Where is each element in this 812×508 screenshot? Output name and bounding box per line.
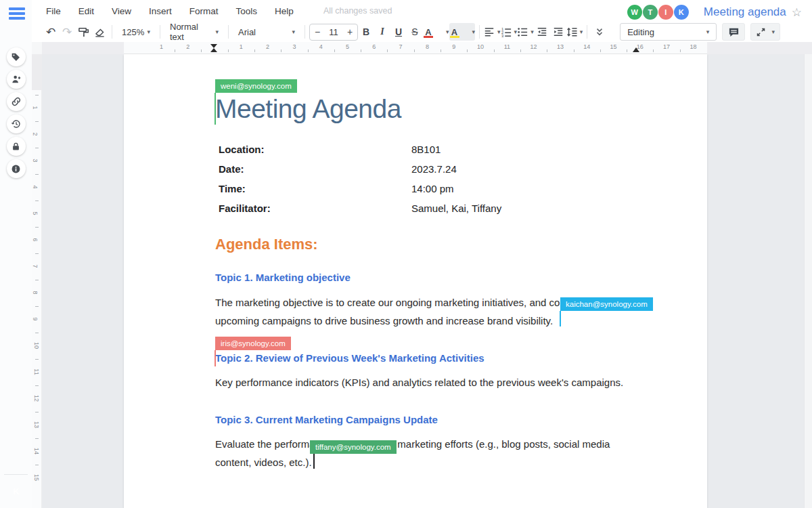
lock-icon[interactable] xyxy=(7,137,26,156)
chevron-down-icon: ▾ xyxy=(580,28,583,35)
redo-button[interactable]: ↷ xyxy=(59,23,75,41)
paint-format-icon[interactable] xyxy=(75,23,91,41)
document-page[interactable]: weni@synology.com Meeting Agenda Locatio… xyxy=(124,54,707,508)
collaborator-flag-weni: weni@synology.com xyxy=(215,79,297,93)
section-heading: Agenda Items: xyxy=(215,236,318,253)
tag-icon[interactable] xyxy=(7,47,26,66)
more-tools-chevron-icon[interactable] xyxy=(591,23,608,41)
strikethrough-button[interactable]: S xyxy=(407,23,423,41)
sidebar-tools xyxy=(0,47,32,178)
hamburger-menu-icon[interactable] xyxy=(8,6,26,21)
link-icon[interactable] xyxy=(7,92,26,111)
topic-1-heading: Topic 1. Marketing objective xyxy=(215,272,351,283)
bold-button[interactable]: B xyxy=(358,23,374,41)
zoom-select[interactable]: 125%▾ xyxy=(116,23,156,41)
collaborator-flag-tiffany: tiffany@synology.com xyxy=(310,440,397,454)
underline-button[interactable]: U xyxy=(390,23,407,41)
chevron-down-icon: ▾ xyxy=(292,28,295,35)
font-size-group: − 11 + xyxy=(309,24,358,41)
left-indent-marker[interactable] xyxy=(210,48,217,52)
increase-indent-icon[interactable] xyxy=(550,23,566,41)
document-canvas: weni@synology.com Meeting Agenda Locatio… xyxy=(42,54,812,508)
line-spacing-button[interactable]: ▾ xyxy=(566,23,583,41)
doc-heading-title: Meeting Agenda xyxy=(215,93,401,125)
document-title[interactable]: Meeting agenda xyxy=(704,5,786,19)
collaborator-caret-iris xyxy=(215,350,216,366)
save-status: All changes saved xyxy=(323,6,392,16)
text-cursor xyxy=(313,453,315,469)
undo-button[interactable]: ↶ xyxy=(43,23,59,41)
topic-3-heading: Topic 3. Current Marketing Campaigns Upd… xyxy=(215,414,438,425)
font-family-select[interactable]: Arial▾ xyxy=(233,23,300,41)
left-sidebar: K xyxy=(0,0,32,508)
horizontal-ruler: 12345678910111213141516171821 xyxy=(42,42,812,54)
collaborator-flag-kaichan: kaichan@synology.com xyxy=(560,297,653,311)
topic-2-heading: Topic 2. Review of Previous Week's Marke… xyxy=(215,352,484,364)
chevron-down-icon: ▾ xyxy=(531,28,534,35)
right-margin-marker[interactable] xyxy=(633,47,639,52)
current-user-avatar[interactable]: K xyxy=(7,482,26,501)
comment-icon[interactable] xyxy=(722,23,745,41)
collaborator-caret-weni xyxy=(215,93,216,125)
decrease-indent-icon[interactable] xyxy=(534,23,550,41)
paragraph-style-select[interactable]: Normal text▾ xyxy=(164,23,224,41)
clear-formatting-icon[interactable] xyxy=(91,23,108,41)
text-color-button[interactable]: A ▾ xyxy=(423,23,449,41)
star-icon[interactable]: ☆ xyxy=(792,5,802,20)
bulleted-list-button[interactable]: ▾ xyxy=(517,23,534,41)
topic-1-line-1: The marketing objective is to create our… xyxy=(215,295,599,314)
topic-3-line-1: Evaluate the performance of our current … xyxy=(215,437,610,455)
chevron-down-icon: ▾ xyxy=(472,28,476,35)
topic-3-line-2: content, videos, etc.). xyxy=(215,455,312,473)
collaborator-avatar-k[interactable]: K xyxy=(674,5,689,20)
collaborator-avatar-w[interactable]: W xyxy=(627,5,642,20)
highlight-color-button[interactable]: A ▾ xyxy=(449,23,476,41)
menu-help[interactable]: Help xyxy=(275,2,294,20)
menu-view[interactable]: View xyxy=(112,2,131,20)
history-icon[interactable] xyxy=(7,114,26,133)
ruler-corner xyxy=(32,42,42,54)
header-right: W T I K Meeting agenda ☆ xyxy=(627,3,802,22)
collaborator-avatar-t[interactable]: T xyxy=(643,5,658,20)
info-icon[interactable] xyxy=(7,159,26,178)
menu-tools[interactable]: Tools xyxy=(236,2,258,20)
font-size-decrease-button[interactable]: − xyxy=(310,26,325,37)
chevron-down-icon: ▾ xyxy=(147,28,150,35)
align-button[interactable]: ▾ xyxy=(484,23,501,41)
editing-mode-select[interactable]: Editing▾ xyxy=(620,23,717,41)
toolbar: ↶ ↷ 125%▾ Normal text▾ Arial▾ − 11 + B I… xyxy=(32,22,812,42)
collaborator-flag-iris: iris@synology.com xyxy=(215,337,291,350)
topic-2-line-1: Key performance indicators (KPIs) and an… xyxy=(215,375,623,394)
svg-text:3: 3 xyxy=(501,34,503,37)
topic-1-line-2: upcoming campaigns to drive business gro… xyxy=(215,314,553,332)
italic-button[interactable]: I xyxy=(374,23,390,41)
fullscreen-button[interactable]: ▾ xyxy=(750,23,780,41)
menu-insert[interactable]: Insert xyxy=(149,2,172,20)
collaborator-avatar-i[interactable]: I xyxy=(658,5,673,20)
chevron-down-icon: ▾ xyxy=(215,28,219,35)
collaborator-caret-kaichan xyxy=(560,311,561,326)
font-size-input[interactable]: 11 xyxy=(325,27,342,37)
menu-edit[interactable]: Edit xyxy=(78,2,94,20)
numbered-list-button[interactable]: 123 ▾ xyxy=(501,23,518,41)
font-size-increase-button[interactable]: + xyxy=(342,26,357,37)
menu-format[interactable]: Format xyxy=(189,2,219,20)
person-add-icon[interactable] xyxy=(7,70,26,89)
menu-file[interactable]: File xyxy=(46,2,61,20)
top-bar: File Edit View Insert Format Tools Help … xyxy=(32,0,812,42)
chevron-down-icon: ▾ xyxy=(771,28,775,35)
sidebar-divider xyxy=(4,474,28,475)
chevron-down-icon: ▾ xyxy=(706,28,710,35)
vertical-scrollbar[interactable] xyxy=(804,54,812,508)
vertical-ruler: 123456789101112131415 xyxy=(32,54,42,508)
